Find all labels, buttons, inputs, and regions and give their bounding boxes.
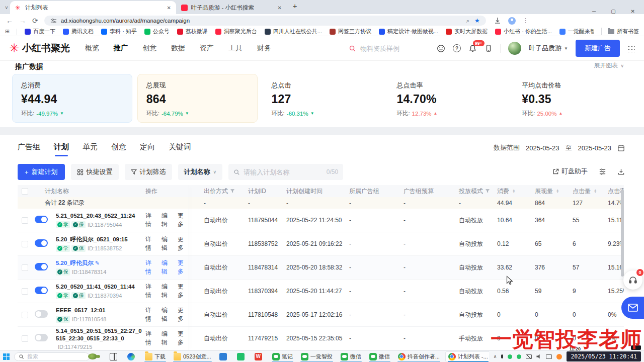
taskbar-app[interactable]: 一觉智投 <box>298 351 335 362</box>
edit-pencil-icon[interactable]: ✎ <box>95 260 100 266</box>
more-link[interactable]: 更多 <box>178 259 189 276</box>
detail-link[interactable]: 详情 <box>145 330 156 347</box>
taskbar-app[interactable]: 微信 <box>338 351 364 362</box>
nav-item[interactable]: 概览 <box>85 44 99 53</box>
apps-grid-icon[interactable]: ⊞ <box>5 28 9 35</box>
display-icon[interactable] <box>546 354 552 359</box>
feedback-mail-button[interactable] <box>621 297 644 319</box>
edit-link[interactable]: 编辑 <box>162 283 173 300</box>
status-toggle[interactable] <box>35 263 48 270</box>
all-bookmarks-button[interactable]: 所有书签 <box>601 28 639 35</box>
start-button[interactable] <box>3 353 10 360</box>
taskbar-app[interactable]: 抖音创作者... <box>395 351 442 362</box>
speaker-icon[interactable] <box>536 354 541 359</box>
nav-item[interactable]: 资产 <box>200 44 214 53</box>
browser-tab-inactive[interactable]: 叶子品质游 - 小红书搜索 ✕ <box>176 1 287 14</box>
forward-button[interactable]: → <box>19 17 26 24</box>
plan-name[interactable]: 5.21_0521_20:43_0522_11:24 <box>56 213 135 219</box>
wechat-tray-icon[interactable] <box>517 354 521 359</box>
detail-link[interactable]: 详情 <box>145 235 156 252</box>
taskbar-app[interactable]: 笔记 <box>270 351 295 362</box>
status-toggle[interactable] <box>35 287 48 294</box>
status-toggle[interactable] <box>35 216 48 223</box>
taskbar-app[interactable] <box>125 351 139 362</box>
plan-name[interactable]: 5.20_呼伦贝尔_0521_09:15 <box>56 236 128 242</box>
new-ad-button[interactable]: 新建广告 <box>576 40 620 57</box>
taskbar-app[interactable]: 计划列表 -... <box>445 351 489 362</box>
plan-filter-button[interactable]: 计划筛选 <box>125 164 172 180</box>
sort-icon[interactable]: ▲▼ <box>512 189 515 194</box>
entity-tab[interactable]: 关键词 <box>169 142 191 152</box>
browser-profile-icon[interactable] <box>508 17 516 25</box>
reload-button[interactable]: ⟳ <box>32 17 38 24</box>
entity-tab[interactable]: 计划 <box>54 142 69 152</box>
plan-name[interactable]: 5.20_呼伦贝尔 <box>56 260 94 266</box>
browser-tab-active[interactable]: ✳ 计划列表 ✕ <box>10 1 176 14</box>
row-checkbox[interactable] <box>22 312 28 318</box>
apps-grid-icon[interactable] <box>627 45 635 52</box>
nav-item[interactable]: 推广 <box>114 44 128 53</box>
row-checkbox[interactable] <box>22 264 28 271</box>
status-toggle[interactable] <box>35 239 48 247</box>
taskbar-app[interactable] <box>234 351 249 362</box>
detail-link[interactable]: 详情 <box>145 306 156 323</box>
vertical-scrollbar[interactable] <box>621 190 624 277</box>
row-checkbox[interactable] <box>22 241 28 247</box>
entity-tab[interactable]: 创意 <box>111 142 126 152</box>
row-checkbox[interactable] <box>22 288 28 295</box>
plan-name[interactable]: 5.20_0520_11:41_0520_11:44 <box>56 284 135 290</box>
back-button[interactable]: ← <box>6 17 13 24</box>
bookmark-item[interactable]: 四川人社在线公共... <box>265 28 322 35</box>
row-checkbox[interactable] <box>22 335 28 342</box>
wechat-tray-icon[interactable] <box>508 354 512 359</box>
bookmark-item[interactable]: 荔枝微课 <box>177 28 208 35</box>
col-cost[interactable]: 消费▲▼ <box>497 187 535 196</box>
row-checkbox[interactable] <box>22 217 28 224</box>
taskbar-app[interactable] <box>252 351 267 362</box>
more-link[interactable]: 更多 <box>178 212 189 229</box>
bookmark-item[interactable]: 李科 · 知乎 <box>101 28 137 35</box>
edit-link[interactable]: 编辑 <box>162 259 173 276</box>
nav-item[interactable]: 数据 <box>171 44 185 53</box>
customer-service-button[interactable]: 0 <box>623 270 642 290</box>
entity-tab[interactable]: 单元 <box>83 142 98 152</box>
nav-item[interactable]: 财务 <box>257 44 271 53</box>
feedback-smiley-icon[interactable] <box>437 44 445 53</box>
search-tabs-icon[interactable]: ⌕ <box>466 18 469 24</box>
edit-link[interactable]: 编辑 <box>162 212 173 229</box>
plan-search[interactable]: 0/50 <box>228 164 343 180</box>
window-maximize-button[interactable]: ▢ <box>611 9 615 14</box>
sort-icon[interactable]: ▲▼ <box>556 189 559 194</box>
bookmark-item[interactable]: 实时大屏数据 <box>446 28 488 35</box>
plan-name[interactable]: EEEE_0517_12:01 <box>56 307 105 313</box>
cast-display-icon[interactable] <box>526 354 532 359</box>
help-icon[interactable]: ? <box>453 44 461 52</box>
monitor-helper-button[interactable]: 盯盘助手 <box>552 167 588 176</box>
nav-item[interactable]: 创意 <box>142 44 156 53</box>
bookmark-item[interactable]: 腾讯文档 <box>63 28 94 35</box>
quick-settings-button[interactable]: 快捷设置 <box>71 164 119 180</box>
col-clicks[interactable]: 点击量▲▼ <box>573 187 608 196</box>
select-all-checkbox[interactable] <box>22 188 28 195</box>
microphone-icon[interactable] <box>501 354 503 358</box>
entity-tab[interactable]: 定向 <box>140 142 155 152</box>
name-select-dropdown[interactable]: 计划名称 ∨ <box>178 164 223 180</box>
bookmark-item[interactable]: 洞察聚光后台 <box>215 28 257 35</box>
more-link[interactable]: 更多 <box>178 235 189 252</box>
edit-link[interactable]: 编辑 <box>162 330 173 347</box>
edit-link[interactable]: 编辑 <box>162 306 173 323</box>
nav-item[interactable]: 工具 <box>228 44 243 53</box>
bookmark-star-icon[interactable]: ★ <box>474 17 480 24</box>
bookmark-item[interactable]: 一觉醒来智慧运营v... <box>559 28 594 35</box>
col-delivery-mode[interactable]: 投放模式 <box>459 187 497 196</box>
taskbar-app[interactable] <box>107 351 122 362</box>
detail-link[interactable]: 详情 <box>145 259 156 276</box>
taskbar-app[interactable]: 微信 <box>367 351 392 362</box>
status-toggle[interactable] <box>35 334 48 341</box>
sort-icon[interactable]: ▲▼ <box>594 189 597 194</box>
date-start-input[interactable]: 2025-05-23 <box>526 144 559 152</box>
recorder-tray-icon[interactable] <box>556 354 562 359</box>
bookmark-item[interactable]: 百度一下 <box>25 28 55 35</box>
header-search[interactable] <box>349 45 429 52</box>
tab-close-icon[interactable]: ✕ <box>167 5 171 11</box>
